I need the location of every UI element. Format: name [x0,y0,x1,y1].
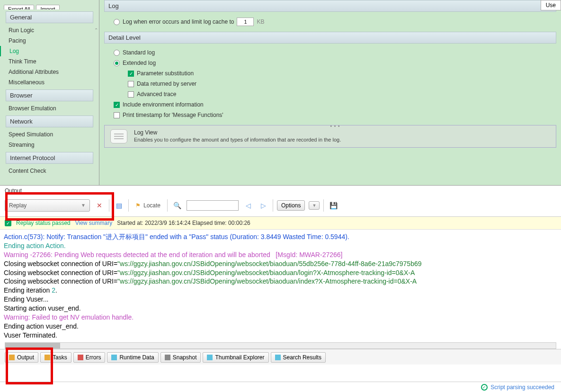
sidebar-item-log[interactable]: Log [0,46,99,56]
search-input[interactable] [187,200,239,211]
settings-content: Log Use Log when error occurs and limit … [99,0,561,185]
replay-dropdown-label: Replay [9,202,27,209]
footer-status-label: Script parsing succeeded [490,384,554,391]
checkbox-print-timestamp[interactable] [114,112,120,118]
search-icon[interactable]: 🔍 [171,200,183,211]
separator [167,199,168,212]
sidebar-scrollbar[interactable]: ⌃ [94,27,98,184]
sidebar-item-content-check[interactable]: Content Check [0,166,99,176]
next-icon[interactable]: ▷ [258,200,269,211]
section-network[interactable]: Network [6,116,93,127]
sidebar: Export All Import General Run Logic Paci… [0,0,99,185]
output-title: Output [0,186,561,194]
footer-status-bar: ✓ Script parsing succeeded [0,382,561,392]
log-view-info: • • • Log View Enables you to configure … [104,125,556,148]
drag-handle-icon[interactable]: • • • [330,124,340,129]
sidebar-item-speed-simulation[interactable]: Speed Simulation [0,129,99,140]
tab-runtime-data[interactable]: Runtime Data [107,352,158,363]
options-caret-button[interactable]: ▼ [309,201,320,210]
status-line: ✓ Replay status passed View summary Star… [0,217,561,230]
label-data-returned: Data returned by server [137,80,196,87]
chevron-down-icon: ▼ [81,203,86,208]
label-include-env: Include environment information [123,101,204,108]
checkbox-include-env[interactable]: ✓ [114,102,120,108]
check-icon: ✓ [5,220,11,226]
sidebar-item-miscellaneous[interactable]: Miscellaneous [0,77,99,88]
tab-label: Output [17,354,34,361]
tab-icon [275,355,281,360]
checkbox-advanced-trace[interactable] [128,91,134,98]
sidebar-item-run-logic[interactable]: Run Logic [0,25,99,36]
section-general[interactable]: General [6,11,93,23]
options-label: Options [281,202,301,209]
separator [273,199,273,212]
save-icon[interactable]: 💾 [328,200,339,211]
settings-panel: Export All Import General Run Logic Paci… [0,0,561,186]
flag-icon: ⚑ [135,202,141,209]
log-section-header: Log [104,0,556,12]
tab-label: Tasks [53,354,67,361]
tab-icon [165,355,170,360]
check-circle-icon: ✓ [481,384,488,391]
tab-icon [9,355,15,360]
tab-label: Search Results [283,354,321,361]
radio-log-when-error[interactable] [114,19,120,25]
label-parameter-substitution: Parameter substitution [137,70,194,77]
checkbox-parameter-substitution[interactable]: ✓ [128,71,134,77]
checkbox-data-returned[interactable] [128,81,134,87]
input-log-cache[interactable] [237,18,254,26]
sidebar-item-pacing[interactable]: Pacing [0,36,99,46]
output-toolbar: Replay ▼ ✕ ▤ ⚑ Locate 🔍 ◁ ▷ Options ▼ 💾 [0,194,561,217]
view-summary-link[interactable]: View summary [75,220,112,226]
locate-label: Locate [143,202,160,209]
tab-tasks[interactable]: Tasks [40,352,71,363]
tab-label: Snapshot [173,354,197,361]
use-button[interactable]: Use [541,0,561,10]
export-all-button[interactable]: Export All [4,5,34,9]
separator [323,199,324,212]
radio-extended-log[interactable] [114,60,120,66]
prev-icon[interactable]: ◁ [242,200,254,211]
tab-label: Thumbnail Explorer [215,354,264,361]
sidebar-item-additional-attributes[interactable]: Additional Attributes [0,67,99,77]
section-browser[interactable]: Browser [6,89,93,101]
separator [128,199,129,212]
label-extended-log: Extended log [123,60,156,66]
tab-label: Runtime Data [119,354,154,361]
clear-icon[interactable]: ✕ [94,200,105,211]
tab-thumbnail-explorer[interactable]: Thumbnail Explorer [203,352,268,363]
import-button[interactable]: Import [36,5,59,9]
horizontal-scrollbar[interactable] [5,342,556,349]
output-section: Output Replay ▼ ✕ ▤ ⚑ Locate 🔍 ◁ ▷ Optio… [0,186,561,365]
separator [109,199,109,212]
tab-search-results[interactable]: Search Results [271,352,326,363]
export-icon[interactable]: ▤ [113,200,125,211]
section-internet-protocol[interactable]: Internet Protocol [6,152,93,164]
console-output[interactable]: Action.c(573): Notify: Transaction "进入开标… [0,230,561,342]
log-view-desc: Enables you to configure the amount and … [134,137,341,143]
sidebar-item-think-time[interactable]: Think Time [0,56,99,67]
log-view-icon [110,129,127,143]
locate-button[interactable]: ⚑ Locate [133,201,163,210]
replay-dropdown[interactable]: Replay ▼ [5,199,90,212]
label-standard-log: Standard log [123,49,155,56]
label-kb: KB [257,18,264,25]
options-button[interactable]: Options [277,200,305,211]
label-print-timestamp: Print timestamp for 'Message Functions' [123,112,223,118]
tab-icon [78,355,83,360]
tab-icon [111,355,117,360]
tab-icon [207,355,213,360]
sidebar-item-browser-emulation[interactable]: Browser Emulation [0,103,99,114]
radio-standard-log[interactable] [114,50,120,56]
tab-output[interactable]: Output [5,352,38,363]
label-log-when-error: Log when error occurs and limit log cach… [123,18,234,25]
tab-errors[interactable]: Errors [73,352,106,363]
scrollbar-thumb[interactable] [5,343,60,348]
tab-icon [45,355,50,360]
tab-label: Errors [86,354,101,361]
sidebar-item-streaming[interactable]: Streaming [0,140,99,150]
tab-snapshot[interactable]: Snapshot [160,352,201,363]
bottom-tabs: OutputTasksErrorsRuntime DataSnapshotThu… [0,349,561,365]
log-view-title: Log View [134,129,341,136]
chevron-down-icon: ▼ [312,203,316,208]
